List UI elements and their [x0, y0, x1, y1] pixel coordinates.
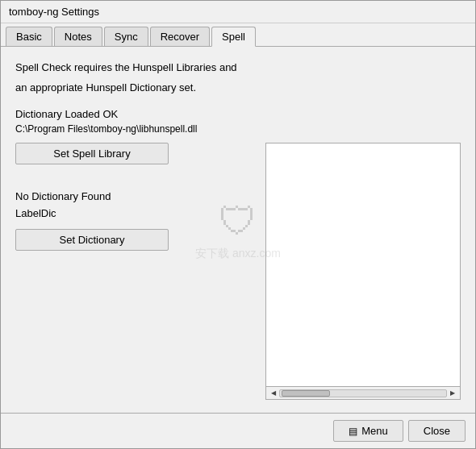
- list-box-inner: [266, 143, 460, 386]
- main-area: Spell Check requires the Hunspell Librar…: [1, 47, 475, 413]
- library-path: C:\Program Files\tomboy-ng\libhunspell.d…: [15, 123, 461, 135]
- menu-button-label: Menu: [361, 425, 388, 437]
- description: Spell Check requires the Hunspell Librar…: [15, 60, 461, 97]
- tab-sync[interactable]: Sync: [104, 27, 148, 46]
- title-bar: tomboy-ng Settings: [1, 1, 475, 23]
- menu-icon: ▤: [349, 426, 357, 437]
- list-box: ◀ ▶: [265, 143, 461, 400]
- description-line2: an appropriate Hunspell Dictionary set.: [15, 80, 461, 97]
- content-panel: Spell Check requires the Hunspell Librar…: [1, 47, 475, 413]
- left-column: Set Spell Library No Dictionary Found La…: [15, 143, 257, 400]
- tab-recover[interactable]: Recover: [150, 27, 210, 46]
- main-window: tomboy-ng Settings Basic Notes Sync Reco…: [0, 0, 476, 449]
- tab-basic[interactable]: Basic: [6, 27, 52, 46]
- tab-bar: Basic Notes Sync Recover Spell: [1, 23, 475, 47]
- status-label: Dictionary Loaded OK: [15, 108, 461, 120]
- horizontal-scrollbar[interactable]: ◀ ▶: [266, 386, 460, 399]
- scroll-left-arrow[interactable]: ◀: [268, 388, 279, 399]
- description-line1: Spell Check requires the Hunspell Librar…: [15, 60, 461, 77]
- bottom-bar: ▤ Menu Close: [1, 413, 475, 448]
- label-dic: LabelDic: [15, 207, 257, 219]
- close-button[interactable]: Close: [408, 420, 466, 442]
- window-title: tomboy-ng Settings: [9, 6, 99, 18]
- menu-button[interactable]: ▤ Menu: [333, 420, 403, 442]
- tab-spell[interactable]: Spell: [211, 27, 256, 47]
- set-spell-library-button[interactable]: Set Spell Library: [15, 143, 169, 164]
- tab-notes[interactable]: Notes: [54, 27, 102, 46]
- scrollbar-track[interactable]: [279, 389, 447, 397]
- no-dictionary-label: No Dictionary Found: [15, 190, 257, 202]
- scrollbar-thumb[interactable]: [282, 390, 330, 397]
- spacer: [15, 169, 257, 185]
- set-dictionary-button[interactable]: Set Dictionary: [15, 229, 169, 251]
- scroll-right-arrow[interactable]: ▶: [447, 388, 458, 399]
- spell-sections-row: Set Spell Library No Dictionary Found La…: [15, 143, 461, 400]
